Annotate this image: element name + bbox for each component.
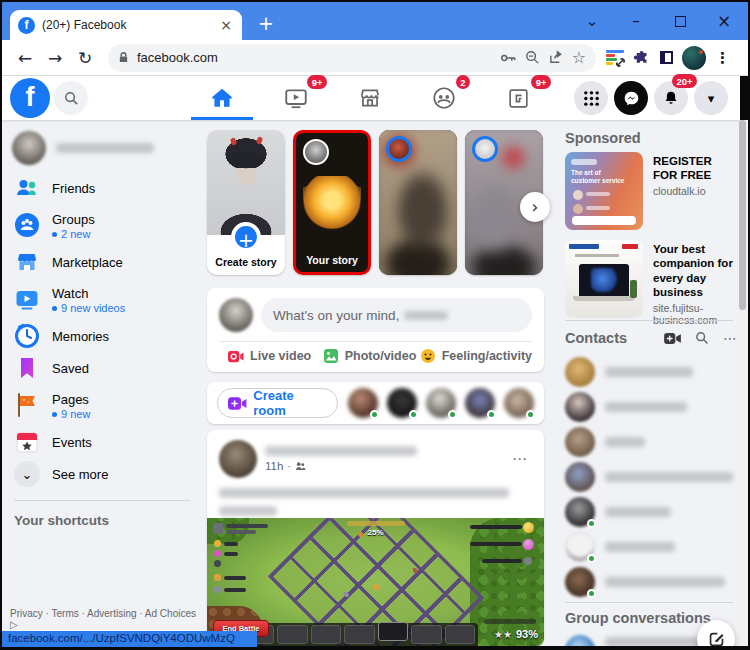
address-bar[interactable]: facebook.com ☆ [108,44,596,72]
account-button[interactable]: ▾ [694,81,728,115]
share-icon[interactable] [548,50,564,65]
live-video-button[interactable]: Live video [219,348,319,364]
new-message-fab[interactable] [697,620,735,646]
contact-row[interactable] [565,566,725,598]
page-scrollbar[interactable] [738,120,747,646]
post-timestamp[interactable]: 11h· [265,460,500,472]
contact-row[interactable] [565,531,675,563]
contact-row[interactable] [565,391,687,423]
your-story-card-highlighted[interactable]: Your story [293,130,371,275]
groups-new-count: 2 new [52,228,95,240]
pages-flag-icon [14,392,40,418]
menu-grid-button[interactable] [574,81,608,115]
facebook-logo[interactable]: f [10,78,50,118]
tab-search-chevron-icon[interactable]: ⌄ [570,12,614,30]
troop-bar[interactable] [241,623,478,646]
post-author-avatar[interactable] [219,440,257,478]
photo-video-button[interactable]: Photo/video [319,348,419,364]
password-key-icon[interactable] [500,51,517,65]
composer-input[interactable]: What's on your mind, [261,298,532,332]
post-author-name-blurred[interactable] [265,446,417,456]
ad-headline[interactable]: Your best companion for every day busine… [653,240,737,300]
contacts-options-icon[interactable]: ⋯ [723,330,737,346]
post-options-icon[interactable]: ⋯ [508,450,532,468]
nav-marketplace-tab[interactable] [333,76,407,120]
back-button[interactable]: ← [10,48,40,68]
sidebar-divider [14,500,190,501]
create-story-plus-icon[interactable]: + [231,222,261,252]
friend-avatar[interactable] [348,388,378,418]
contact-row[interactable] [565,356,693,388]
url-text[interactable]: facebook.com [137,50,492,65]
extension-tab-manager-icon[interactable] [606,50,624,66]
browser-menu-icon[interactable]: ⋮ [715,49,730,67]
contact-name-blurred [605,507,671,517]
sidebar-item-watch[interactable]: Watch 9 new videos [10,278,194,320]
new-tab-button[interactable]: + [258,14,274,33]
sidebar-item-memories[interactable]: Memories [10,320,194,352]
feed-post: 11h· ⋯ [207,430,544,646]
new-room-camera-icon[interactable] [664,332,681,345]
create-story-label: Create story [207,256,285,268]
tab-close-icon[interactable]: × [218,17,234,33]
friend-avatar[interactable] [387,388,417,418]
window-minimize-button[interactable]: – [614,12,658,30]
search-contacts-icon[interactable] [695,331,709,345]
nav-groups-tab[interactable]: 2 [407,76,481,120]
feeling-activity-button[interactable]: Feeling/activity [420,348,532,364]
contact-name-blurred [605,402,687,412]
sidebar-item-saved[interactable]: Saved [10,352,194,384]
sidebar-item-groups[interactable]: Groups 2 new [10,204,194,246]
notifications-button[interactable]: 20+ [654,81,688,115]
your-story-image [303,176,361,234]
friend-avatar[interactable] [465,388,495,418]
reload-button[interactable]: ↻ [70,48,100,68]
group-conversation-row[interactable] [565,634,709,646]
stories-next-button[interactable]: › [520,192,550,222]
contact-row[interactable] [565,426,645,458]
window-close-button[interactable]: × [702,11,746,31]
facebook-search-button[interactable] [54,81,88,115]
create-room-icon [228,396,247,411]
nav-watch-tab[interactable]: 9+ [259,76,333,120]
zoom-out-icon[interactable] [525,50,540,65]
friend-avatar[interactable] [504,388,534,418]
sidebar-item-events[interactable]: Events [10,426,194,458]
composer-avatar[interactable] [219,298,253,332]
create-room-button[interactable]: Create room [217,388,338,418]
forward-button[interactable]: → [40,48,70,68]
composer-divider [219,341,532,342]
new-dot [52,232,57,237]
sidebar-profile[interactable] [10,128,194,168]
watch-badge: 9+ [307,75,327,89]
post-image-clash-of-clans[interactable]: 25% End Battle ★★93% [207,518,544,646]
bookmark-star-icon[interactable]: ☆ [572,48,586,67]
sponsored-ad[interactable]: Your best companion for every day busine… [565,240,737,327]
contact-name-blurred [605,437,645,447]
nav-gaming-tab[interactable]: 9+ [481,76,555,120]
sidebar-item-see-more[interactable]: ⌄ See more [10,458,194,490]
contact-name-blurred [605,367,693,377]
browser-profile-avatar[interactable] [682,46,706,70]
messenger-button[interactable] [614,81,648,115]
scrollbar-thumb[interactable] [739,120,746,310]
browser-titlebar: f (20+) Facebook × + ⌄ – × [2,2,748,40]
marketplace-store-icon [14,249,40,275]
sidebar-item-friends[interactable]: Friends [10,172,194,204]
create-story-card[interactable]: + Create story [207,130,285,275]
footer-links[interactable]: Privacy · Terms · Advertising · Ad Choic… [10,608,200,630]
sidebar-item-pages[interactable]: Pages 9 new [10,384,194,426]
extensions-puzzle-icon[interactable] [633,47,651,69]
ad-headline[interactable]: REGISTER FOR FREE [653,152,737,183]
nav-home-tab[interactable] [185,76,259,120]
friend-avatar[interactable] [426,388,456,418]
browser-tab[interactable]: f (20+) Facebook × [10,10,242,40]
sponsored-ad[interactable]: The art of customer service REGISTER FOR… [565,152,737,230]
your-shortcuts-title: Your shortcuts [10,511,194,530]
contact-row[interactable] [565,496,671,528]
friend-story-card[interactable] [379,130,457,275]
sidebar-item-marketplace[interactable]: Marketplace [10,246,194,278]
contact-row[interactable] [565,461,733,493]
window-maximize-button[interactable] [658,13,702,30]
side-panel-icon[interactable] [660,51,673,64]
